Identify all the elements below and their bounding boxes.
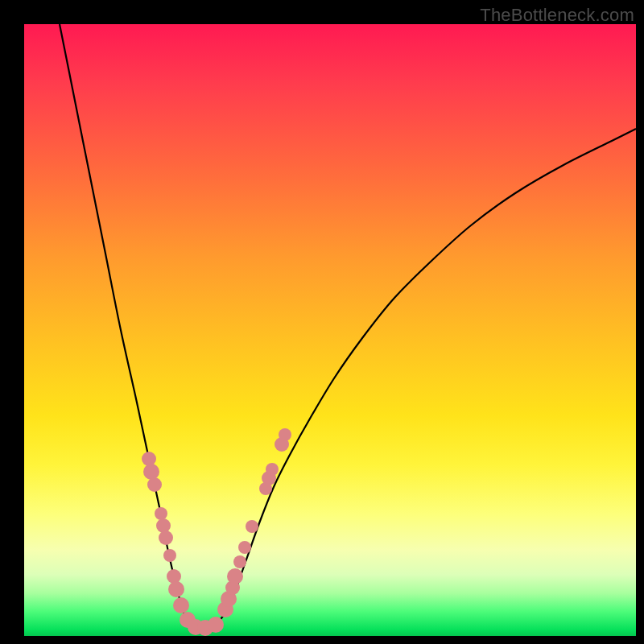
watermark-text: TheBottleneck.com [480,5,634,26]
data-bead [167,569,181,584]
data-bead [156,518,171,533]
data-bead [208,617,224,633]
chart-plot-area [24,24,636,636]
data-bead [173,597,189,613]
data-bead [143,464,159,480]
data-bead [159,530,173,545]
data-bead [233,555,246,568]
bottleneck-curve [60,24,636,628]
data-bead [142,452,156,466]
data-bead [227,568,243,584]
data-bead [279,428,291,441]
data-bead [168,581,184,597]
data-bead [163,549,176,562]
data-bead [155,507,167,520]
data-bead [266,463,279,476]
data-bead [246,520,258,533]
bead-cluster [142,428,291,636]
data-bead [147,477,162,492]
chart-svg [24,24,636,636]
data-bead [238,541,251,554]
